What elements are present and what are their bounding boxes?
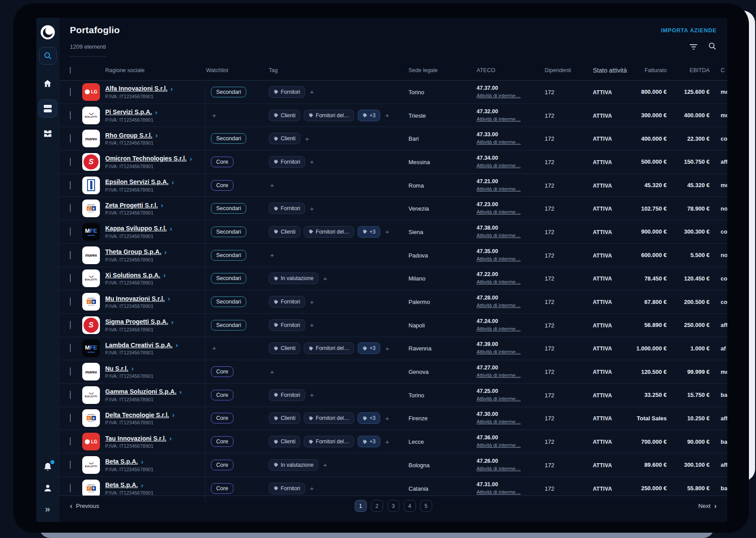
add-tag-button[interactable]: + xyxy=(269,368,275,376)
chevron-right-icon[interactable]: › xyxy=(179,388,182,396)
chevron-right-icon[interactable]: › xyxy=(156,131,158,139)
row-checkbox[interactable] xyxy=(70,274,71,282)
watchlist-badge[interactable]: Secondari xyxy=(211,203,246,214)
company-name-link[interactable]: Alfa Innovazioni S.r.l. xyxy=(105,85,168,92)
sidebar-item-portfolio-active[interactable] xyxy=(38,99,57,118)
row-checkbox[interactable] xyxy=(70,88,71,96)
tag-chip[interactable]: Fornitori del… xyxy=(304,436,354,447)
ateco-description-link[interactable]: Attività di interme… xyxy=(477,93,521,98)
company-name-link[interactable]: Zeta Progetti S.r.l. xyxy=(105,202,158,209)
row-checkbox[interactable] xyxy=(70,367,71,376)
import-companies-button[interactable]: IMPORTA AZIENDE xyxy=(661,27,717,34)
tag-chip[interactable]: Clienti xyxy=(269,226,300,238)
ateco-description-link[interactable]: Attività di interme… xyxy=(477,419,521,424)
add-tag-button[interactable]: + xyxy=(384,228,390,235)
ateco-description-link[interactable]: Attività di interme… xyxy=(477,396,521,401)
table-row[interactable]: BIALETTIPi Servizi S.p.A.›P.IVA: IT12345… xyxy=(59,104,727,127)
company-name-link[interactable]: Mu Innovazioni S.r.l. xyxy=(105,295,165,302)
select-all-checkbox[interactable] xyxy=(70,67,71,74)
table-row[interactable]: SSigma Progetti S.p.A.›P.IVA: IT12345678… xyxy=(59,314,727,337)
add-tag-button[interactable]: + xyxy=(309,158,315,165)
tag-chip[interactable]: Fornitori xyxy=(269,296,305,307)
row-checkbox[interactable] xyxy=(70,251,71,259)
table-search-button[interactable] xyxy=(708,42,717,52)
filter-icon[interactable] xyxy=(689,43,698,50)
tag-chip[interactable]: Fornitori del… xyxy=(304,342,354,354)
table-row[interactable]: BIALETTIXi Solutions S.p.A.›P.IVA: IT123… xyxy=(59,267,727,291)
row-checkbox[interactable] xyxy=(70,321,71,329)
table-row[interactable]: BIALETTIBeta S.p.A.›P.IVA: IT12345678901… xyxy=(59,453,727,477)
chevron-right-icon[interactable]: › xyxy=(168,295,170,302)
watchlist-badge[interactable]: Secondari xyxy=(211,87,246,97)
company-name-link[interactable]: Delta Tecnologie S.r.l. xyxy=(105,411,169,419)
tag-chip[interactable]: Fornitori del… xyxy=(304,226,354,238)
watchlist-badge[interactable]: Secondari xyxy=(211,273,246,284)
add-tag-button[interactable]: + xyxy=(322,461,328,469)
tag-chip[interactable]: Fornitori xyxy=(269,483,305,494)
table-row[interactable]: maresRho Group S.r.l.›P.IVA: IT123456789… xyxy=(59,127,727,150)
ateco-description-link[interactable]: Attività di interme… xyxy=(477,233,521,238)
sidebar-item-inbox[interactable] xyxy=(42,128,53,139)
watchlist-badge[interactable]: Core xyxy=(211,436,233,447)
chevron-right-icon[interactable]: › xyxy=(155,108,157,116)
tag-chip[interactable]: Fornitori xyxy=(269,319,305,331)
add-tag-button[interactable]: + xyxy=(309,88,315,96)
row-checkbox[interactable] xyxy=(70,297,71,306)
previous-page-button[interactable]: ‹ Previous xyxy=(70,502,99,511)
tag-chip[interactable]: Clienti xyxy=(269,436,300,447)
row-checkbox[interactable] xyxy=(70,111,71,119)
watchlist-badge[interactable]: Secondari xyxy=(211,250,246,261)
table-row[interactable]: BIALETTIGamma Soluzioni S.p.A.›P.IVA: IT… xyxy=(59,384,727,407)
add-tag-button[interactable]: + xyxy=(384,415,390,422)
add-tag-button[interactable]: + xyxy=(384,345,390,352)
chevron-right-icon[interactable]: › xyxy=(169,434,172,442)
more-tags-chip[interactable]: +3 xyxy=(358,436,381,447)
add-tag-button[interactable]: + xyxy=(384,111,390,119)
table-row[interactable]: CBDelta Tecnologie S.r.l.›P.IVA: IT12345… xyxy=(59,407,727,430)
table-row[interactable]: Epsilon Servizi S.p.A.›P.IVA: IT12345678… xyxy=(59,174,727,197)
more-tags-chip[interactable]: +3 xyxy=(358,412,381,424)
chevron-right-icon[interactable]: › xyxy=(171,318,173,326)
company-name-link[interactable]: Beta S.p.A. xyxy=(105,481,138,488)
tag-chip[interactable]: Fornitori xyxy=(269,86,305,98)
tag-chip[interactable]: In valutazione xyxy=(269,273,318,284)
ateco-description-link[interactable]: Attività di interme… xyxy=(477,186,521,192)
tag-chip[interactable]: Fornitori xyxy=(269,203,305,214)
add-tag-button[interactable]: + xyxy=(304,135,310,142)
table-row[interactable]: LGTau Innovazioni S.r.l.›P.IVA: IT123456… xyxy=(59,430,727,453)
row-checkbox[interactable] xyxy=(70,484,71,492)
table-row[interactable]: CBZeta Progetti S.r.l.›P.IVA: IT12345678… xyxy=(59,197,727,220)
tag-chip[interactable]: In valutazione xyxy=(269,459,318,471)
chevron-right-icon[interactable]: › xyxy=(190,155,192,162)
company-name-link[interactable]: Xi Solutions S.p.A. xyxy=(105,272,160,279)
tag-chip[interactable]: Clienti xyxy=(269,412,300,424)
company-name-link[interactable]: Kappa Sviluppo S.r.l. xyxy=(105,225,167,232)
row-checkbox[interactable] xyxy=(70,414,71,422)
chevron-right-icon[interactable]: › xyxy=(172,178,174,186)
watchlist-badge[interactable]: Secondari xyxy=(211,133,246,144)
company-name-link[interactable]: Beta S.p.A. xyxy=(105,458,138,465)
table-row[interactable]: CBMu Innovazioni S.r.l.›P.IVA: IT1234567… xyxy=(59,290,727,314)
ateco-description-link[interactable]: Attività di interme… xyxy=(477,209,521,215)
tag-chip[interactable]: Clienti xyxy=(269,342,300,354)
add-tag-button[interactable]: + xyxy=(309,484,315,492)
watchlist-badge[interactable]: Secondari xyxy=(211,296,246,307)
chevron-right-icon[interactable]: › xyxy=(163,271,165,279)
ateco-description-link[interactable]: Attività di interme… xyxy=(477,256,521,261)
row-checkbox[interactable] xyxy=(70,181,71,189)
chevron-right-icon[interactable]: › xyxy=(176,341,178,349)
page-button-4[interactable]: 4 xyxy=(404,500,416,512)
chevron-right-icon[interactable]: › xyxy=(164,248,167,256)
add-watchlist-button[interactable]: + xyxy=(211,344,218,352)
watchlist-badge[interactable]: Secondari xyxy=(211,320,246,330)
tag-chip[interactable]: Fornitori xyxy=(269,156,305,168)
row-checkbox[interactable] xyxy=(70,344,71,352)
company-name-link[interactable]: Nu S.r.l. xyxy=(105,365,128,372)
tag-chip[interactable]: Clienti xyxy=(269,133,300,144)
company-name-link[interactable]: Epsilon Servizi S.p.A. xyxy=(105,178,168,185)
sidebar-expand-button[interactable]: » xyxy=(45,504,50,513)
company-name-link[interactable]: Tau Innovazioni S.r.l. xyxy=(105,435,166,442)
next-page-button[interactable]: Next › xyxy=(699,502,717,511)
chevron-right-icon[interactable]: › xyxy=(161,201,163,209)
chevron-right-icon[interactable]: › xyxy=(141,458,143,465)
